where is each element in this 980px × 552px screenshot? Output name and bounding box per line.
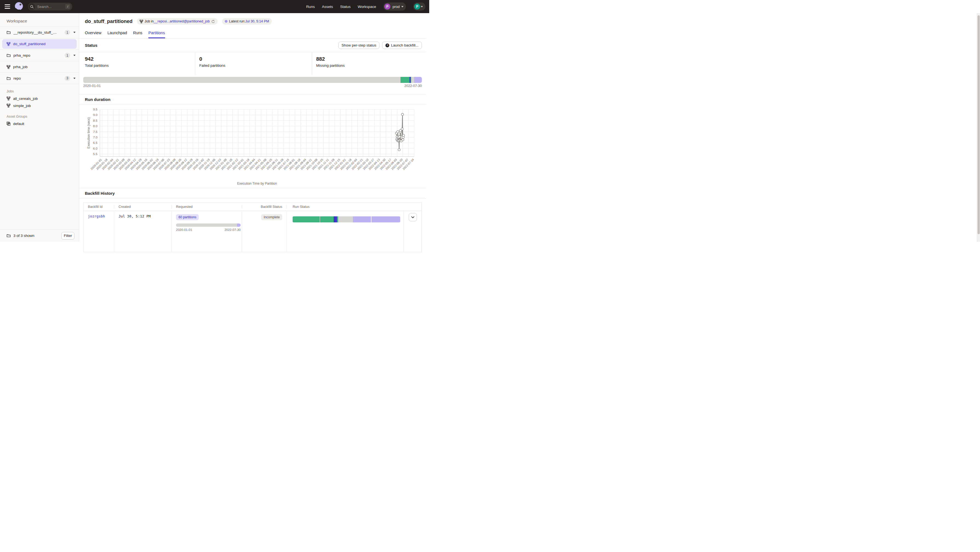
job-count-badge: 1 — [65, 30, 70, 35]
run-duration-title: Run duration — [85, 97, 110, 102]
backfill-id-link[interactable]: jozrgsbh — [88, 214, 105, 218]
run-status-dot — [225, 20, 228, 23]
job-icon — [6, 65, 10, 69]
folder-icon — [6, 234, 11, 238]
bar-segment-green — [320, 216, 334, 222]
job-count-badge: 1 — [65, 53, 70, 58]
job-icon — [140, 20, 143, 23]
backfill-status-badge: Incomplete — [261, 214, 282, 220]
backfill-created: Jul 30, 5:12 PM — [119, 214, 151, 218]
stat-failed-partitions: 0Failed partitions — [195, 52, 312, 75]
nav-runs[interactable]: Runs — [306, 5, 315, 9]
requested-end-date: 2022-07-30 — [224, 228, 240, 232]
folder-icon — [6, 31, 11, 34]
bar-segment-purple — [237, 224, 240, 227]
job-origin-prefix: Job in — [145, 19, 154, 23]
job-icon — [6, 97, 10, 100]
sidebar-item--repository-do-stuff-partitio-[interactable]: __repository__do_stuff_partitio...1 — [0, 27, 79, 38]
stat-total-partitions: 942Total partitions — [79, 52, 195, 75]
expand-caret-icon[interactable] — [73, 55, 76, 56]
job-icon — [6, 104, 10, 108]
search-shortcut-badge: / — [65, 4, 70, 9]
partition-status-bar[interactable] — [83, 77, 422, 83]
deployment-name: prod — [393, 5, 400, 9]
sidebar-item-label: prha_job — [13, 65, 28, 69]
svg-text:7.0: 7.0 — [93, 136, 97, 139]
plus-circle-icon: + — [385, 43, 389, 47]
sidebar-item-prha-job[interactable]: prha_job — [0, 61, 79, 73]
svg-text:Execution time (secs): Execution time (secs) — [87, 117, 91, 149]
expand-caret-icon[interactable] — [73, 32, 76, 33]
tab-bar: OverviewLaunchpadRunsPartitions — [79, 25, 426, 38]
sidebar-item-label: __repository__do_stuff_partitio... — [13, 30, 59, 35]
main-content: do_stuff_partitioned Job in __reposi...a… — [79, 13, 426, 242]
folder-icon — [6, 76, 11, 80]
nav-status[interactable]: Status — [340, 5, 350, 9]
sidebar-footer: 3 of 3 shown Filter — [0, 229, 79, 242]
user-menu[interactable]: P — [413, 2, 425, 11]
search-input[interactable]: Search... / — [28, 3, 72, 10]
page-title: do_stuff_partitioned — [85, 19, 132, 24]
bar-segment-blue — [334, 216, 337, 222]
dagster-logo-icon[interactable] — [14, 2, 24, 12]
sidebar-asset-group-default[interactable]: default — [0, 120, 79, 127]
col-created: Created — [114, 205, 171, 209]
bar-segment-purple — [371, 216, 400, 222]
requested-start-date: 2020-01-01 — [176, 228, 192, 232]
job-count-badge: 3 — [65, 76, 70, 81]
job-origin-link[interactable]: __reposi...artitioned@partitioned_job — [154, 19, 210, 23]
sidebar-item-label: repo — [13, 76, 21, 81]
nav-assets[interactable]: Assets — [322, 5, 333, 9]
deployment-switcher[interactable]: P prod — [383, 2, 406, 11]
sidebar-item-repo[interactable]: repo3 — [0, 73, 79, 84]
table-header-row: Backfill Id Created Requested Backfill S… — [83, 203, 422, 211]
partition-bar-start-date: 2020-01-01 — [83, 84, 101, 88]
svg-text:9.0: 9.0 — [93, 113, 97, 117]
sidebar-item-prha-repo[interactable]: prha_repo1 — [0, 49, 79, 61]
search-icon — [30, 5, 34, 8]
show-per-step-status-button[interactable]: Show per-step status — [338, 41, 380, 49]
chevron-down-icon — [421, 6, 423, 7]
bar-segment-purple — [353, 216, 371, 222]
jobs-section-label: Jobs — [0, 84, 79, 95]
bar-segment-green — [401, 77, 409, 83]
col-backfill-id: Backfill Id — [83, 205, 114, 209]
latest-run-tag: Latest run: Jul 30, 5:14 PM — [222, 18, 272, 25]
sidebar-job-simple_job[interactable]: simple_job — [0, 102, 79, 109]
nav-workspace[interactable]: Workspace — [358, 5, 376, 9]
svg-text:6.0: 6.0 — [93, 147, 97, 150]
deployment-avatar: P — [384, 3, 390, 10]
col-backfill-status: Backfill Status — [242, 205, 286, 209]
bar-segment-green — [293, 216, 320, 222]
run-status-bar[interactable] — [293, 216, 400, 222]
asset-groups-section-label: Asset Groups — [0, 109, 79, 120]
col-requested: Requested — [171, 205, 242, 209]
filter-button[interactable]: Filter — [61, 232, 75, 240]
requested-partitions-tag[interactable]: 60 partitions — [176, 214, 199, 220]
sidebar-item-do-stuff-partitioned[interactable]: do_stuff_partitioned — [0, 38, 79, 49]
table-row: jozrgsbh Jul 30, 5:12 PM 60 partitions 2… — [83, 211, 422, 242]
expand-caret-icon[interactable] — [73, 78, 76, 79]
expand-row-button[interactable] — [409, 213, 417, 221]
user-avatar: P — [414, 3, 420, 10]
run-duration-chart: 5.56.06.57.07.58.08.59.09.52020-01-01202… — [83, 105, 426, 188]
menu-icon[interactable] — [3, 2, 12, 11]
top-nav: Search... / Runs Assets Status Workspace… — [0, 0, 429, 13]
partition-bar-end-date: 2022-07-30 — [404, 84, 422, 88]
svg-text:5.5: 5.5 — [93, 152, 97, 155]
execution-time-chart: 5.56.06.57.07.58.08.59.09.52020-01-01202… — [83, 105, 422, 187]
bar-segment-purple — [414, 77, 422, 83]
sidebar-job-all_cereals_job[interactable]: all_cereals_job — [0, 95, 79, 102]
workspace-sidebar: Workspace __repository__do_stuff_partiti… — [0, 13, 79, 242]
launch-backfill-button[interactable]: +Launch backfill... — [382, 41, 422, 49]
tab-runs[interactable]: Runs — [133, 31, 142, 38]
latest-run-link[interactable]: Jul 30, 5:14 PM — [245, 19, 269, 23]
tab-overview[interactable]: Overview — [85, 31, 101, 38]
refresh-icon[interactable] — [211, 20, 215, 23]
stat-missing-partitions: 882Missing partitions — [312, 52, 426, 75]
tab-partitions[interactable]: Partitions — [148, 31, 165, 38]
tab-launchpad[interactable]: Launchpad — [107, 31, 127, 38]
search-placeholder: Search... — [37, 5, 65, 9]
latest-run-label: Latest run: — [229, 19, 245, 23]
job-origin-tag: Job in __reposi...artitioned@partitioned… — [137, 18, 218, 25]
